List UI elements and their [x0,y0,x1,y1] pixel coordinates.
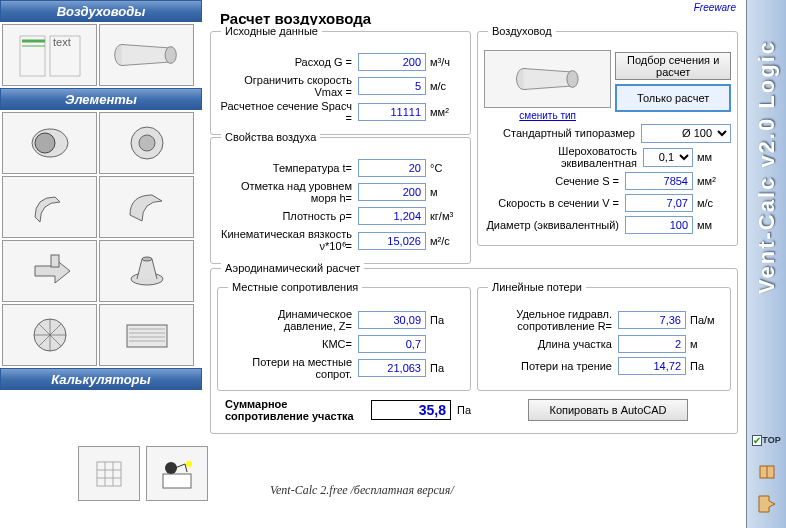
svg-point-13 [142,257,152,261]
roughness-select[interactable]: 0,1 [643,148,693,167]
svg-rect-19 [127,325,167,347]
temp-input[interactable] [358,159,426,177]
input-data-legend: Исходные данные [221,25,322,37]
svg-point-10 [139,135,155,151]
section-input[interactable] [358,103,426,121]
change-type-link[interactable]: сменить тип [484,110,611,121]
aero-legend: Аэродинамический расчет [221,262,364,274]
main-panel: Freeware Расчет воздуховода Исходные дан… [202,0,746,528]
footer-version: Vent-Calc 2.free /бесплатная версия/ [270,483,454,498]
calc-2[interactable] [146,446,208,501]
v-output [625,194,693,212]
element-3[interactable] [2,176,97,238]
r-output [618,311,686,329]
sum-output [371,400,451,420]
element-7[interactable] [2,304,97,366]
right-bar: Vent-Calc v2.0 Logic ✔TOP [746,0,786,528]
element-4[interactable] [99,176,194,238]
friction-output [618,357,686,375]
svg-rect-28 [97,462,121,486]
d-output [625,216,693,234]
local-loss-output [358,359,426,377]
exit-icon[interactable] [755,492,779,516]
duct-round-icon[interactable] [99,24,194,86]
flow-input[interactable] [358,53,426,71]
density-input[interactable] [358,207,426,225]
svg-text:text: text [53,36,71,48]
svg-rect-33 [163,474,191,488]
section-elements-header: Элементы [0,88,202,110]
calc-only-button[interactable]: Только расчет [615,84,731,112]
element-5[interactable] [2,240,97,302]
section-calculators-header: Калькуляторы [0,368,202,390]
copy-autocad-button[interactable]: Копировать в AutoCAD [528,399,688,421]
element-6[interactable] [99,240,194,302]
viscosity-input[interactable] [358,232,426,250]
vmax-input[interactable] [358,77,426,95]
air-legend: Свойства воздуха [221,131,320,143]
kmc-input[interactable] [358,335,426,353]
app-title-vertical: Vent-Calc v2.0 Logic [754,40,780,294]
local-legend: Местные сопротивления [228,281,362,293]
element-2[interactable] [99,112,194,174]
svg-point-35 [186,461,192,467]
section-ducts-header: Воздуховоды [0,0,202,22]
z-input[interactable] [358,311,426,329]
duct-legend: Воздуховод [488,25,556,37]
svg-point-25 [567,71,578,88]
linear-legend: Линейные потери [488,281,586,293]
sum-label: Суммарное сопротивление участка [225,398,365,422]
size-select[interactable]: Ø 100 [641,124,731,143]
svg-point-6 [165,47,176,64]
altitude-input[interactable] [358,183,426,201]
select-calc-button[interactable]: Подбор сечения и расчет [615,52,731,80]
book-icon[interactable] [755,460,779,484]
svg-rect-11 [51,255,59,267]
freeware-link[interactable]: Freeware [694,2,736,13]
duct-legend-box[interactable]: text [2,24,97,86]
svg-point-8 [35,133,55,153]
length-input[interactable] [618,335,686,353]
s-output [625,172,693,190]
top-checkbox[interactable]: ✔TOP [755,428,779,452]
duct-preview [484,50,611,108]
element-1[interactable] [2,112,97,174]
element-8[interactable] [99,304,194,366]
calc-1[interactable] [78,446,140,501]
